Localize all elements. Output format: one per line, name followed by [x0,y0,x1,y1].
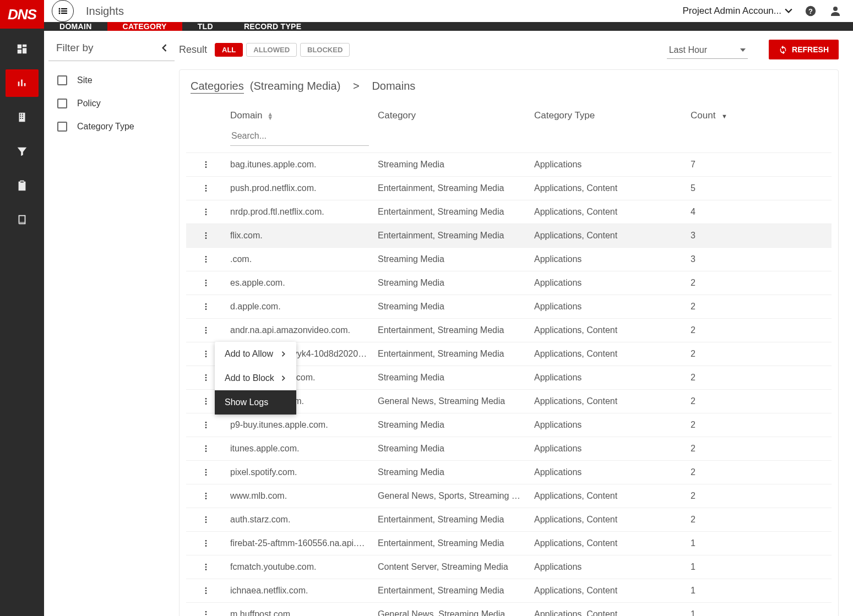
filter-item-category-type[interactable]: Category Type [44,115,179,138]
svg-point-9 [205,161,207,163]
ctx-show-logs[interactable]: Show Logs [215,390,296,415]
table-row: andr.na.api.amazonvideo.com.Entertainmen… [186,319,832,342]
cell-category-type: Applications [530,271,686,295]
row-actions-button[interactable] [191,609,221,616]
row-actions-button[interactable] [191,538,221,548]
cell-domain: flix.com. [226,224,373,248]
row-actions-button[interactable] [191,444,221,454]
row-actions-button[interactable] [191,467,221,477]
dots-vertical-icon [202,254,210,264]
dots-vertical-icon [202,586,210,596]
account-selector[interactable]: Project Admin Accoun... [682,6,792,17]
row-actions-button[interactable] [191,160,221,170]
row-actions-button[interactable] [191,586,221,596]
svg-point-36 [205,374,207,376]
cell-category-type: Applications [530,413,686,437]
col-header-category-type[interactable]: Category Type [530,105,686,127]
row-actions-button[interactable] [191,515,221,525]
table-row: push.prod.netflix.com.Entertainment, Str… [186,177,832,200]
dots-vertical-icon [202,491,210,501]
svg-point-16 [205,211,207,213]
cell-domain: .com. [226,248,373,271]
nav-insights[interactable] [6,69,39,97]
help-icon[interactable]: ? [805,5,817,17]
dots-vertical-icon [202,609,210,616]
svg-point-12 [205,185,207,187]
svg-point-65 [205,592,207,594]
cell-domain: p9-buy.itunes.apple.com. [226,413,373,437]
svg-point-63 [205,587,207,589]
cell-category: Entertainment, Streaming Media [373,319,530,342]
row-actions-button[interactable] [191,325,221,335]
ctx-add-allow[interactable]: Add to Allow [215,342,296,366]
row-actions-button[interactable] [191,562,221,572]
domain-search-input[interactable] [230,127,369,146]
svg-point-15 [205,209,207,210]
cell-category: Entertainment, Streaming Media [373,579,530,603]
row-actions-button[interactable] [191,207,221,217]
row-actions-button[interactable] [191,420,221,430]
ctx-label: Add to Allow [225,349,273,359]
cell-category: General News, Sports, Streaming Media [373,484,530,508]
row-actions-button[interactable] [191,302,221,312]
pill-blocked[interactable]: BLOCKED [300,43,350,57]
table-row: ichnaea.netflix.com.Entertainment, Strea… [186,579,832,603]
svg-point-35 [205,356,207,357]
svg-point-57 [205,540,207,542]
table-row: .com.Streaming MediaApplications3 [186,248,832,271]
ctx-add-block[interactable]: Add to Block [215,366,296,390]
filter-label: Category Type [77,122,134,132]
pill-allowed[interactable]: ALLOWED [246,43,297,57]
cell-category-type: Applications [530,248,686,271]
nav-filters[interactable] [6,138,39,165]
cell-category-type: Applications [530,555,686,579]
svg-point-13 [205,188,207,189]
cell-count: 3 [686,248,832,271]
tab-category[interactable]: CATEGORY [107,22,182,31]
nav-sites[interactable] [6,103,39,131]
svg-point-24 [205,280,207,281]
pill-all[interactable]: ALL [215,43,243,57]
nav-dashboard[interactable] [6,35,39,63]
tab-domain[interactable]: DOMAIN [44,22,107,31]
refresh-icon [779,45,787,54]
cell-domain: itunes.apple.com. [226,437,373,461]
cell-count: 4 [686,200,832,224]
building-icon [16,111,28,123]
table-row: firebat-25-aftmm-160556.na.api.amazon...… [186,532,832,555]
svg-point-48 [205,469,207,471]
cell-category: General News, Streaming Media [373,390,530,413]
col-header-domain[interactable]: Domain ▲▼ [226,105,373,127]
time-range-selector[interactable]: Last Hour [667,41,748,59]
row-actions-button[interactable] [191,183,221,193]
table-row: www.mlb.com.General News, Sports, Stream… [186,484,832,508]
cell-count: 2 [686,437,832,461]
refresh-button[interactable]: REFRESH [769,40,839,59]
nav-docs[interactable] [6,206,39,233]
menu-toggle-button[interactable] [52,0,74,22]
filter-item-policy[interactable]: Policy [44,92,179,115]
filter-collapse-button[interactable] [161,44,167,52]
tab-tld[interactable]: TLD [182,22,229,31]
col-header-count[interactable]: Count ▼ [686,105,832,127]
col-header-category[interactable]: Category [373,105,530,127]
result-filter-group: ALL ALLOWED BLOCKED [215,43,350,57]
user-icon[interactable] [829,4,842,18]
svg-point-10 [205,164,207,166]
filter-item-site[interactable]: Site [44,69,179,92]
nav-reports[interactable] [6,172,39,199]
svg-point-42 [205,422,207,423]
results-bar: Result ALL ALLOWED BLOCKED Last Hour REF… [179,40,839,59]
cell-category: Streaming Media [373,366,530,390]
svg-rect-1 [61,8,67,9]
table-row: es.apple.com.Streaming MediaApplications… [186,271,832,295]
breadcrumb-link[interactable]: Categories [191,80,244,94]
tab-record-type[interactable]: RECORD TYPE [229,22,317,31]
dashboard-icon [16,43,28,55]
cell-count: 2 [686,413,832,437]
row-actions-button[interactable] [191,254,221,264]
row-actions-button[interactable] [191,231,221,241]
dots-vertical-icon [202,562,210,572]
row-actions-button[interactable] [191,491,221,501]
row-actions-button[interactable] [191,278,221,288]
